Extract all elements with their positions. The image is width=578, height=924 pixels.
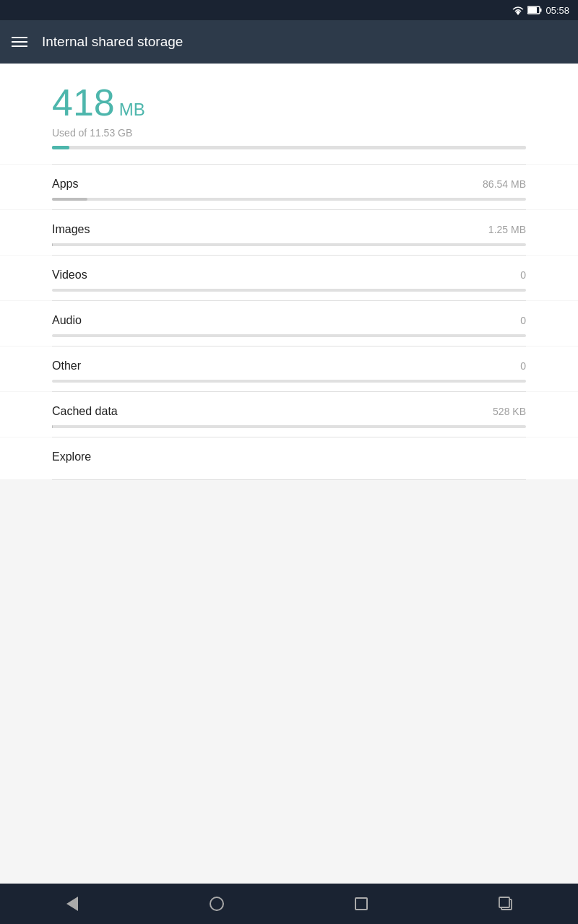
overview-icon (499, 897, 513, 911)
storage-size-unit: MB (119, 100, 145, 120)
storage-item-videos-value: 0 (520, 269, 526, 281)
storage-item-images-value: 1.25 MB (488, 224, 526, 235)
storage-item-cached-data-label: Cached data (52, 405, 118, 418)
svg-rect-5 (499, 897, 509, 907)
bottom-nav (0, 884, 578, 924)
storage-item-other-row: Other0 (52, 359, 526, 372)
storage-item-explore-row: Explore (52, 450, 526, 463)
storage-item-other-progress-bar (52, 380, 526, 383)
back-button[interactable] (51, 889, 94, 918)
storage-item-images[interactable]: Images1.25 MB (0, 210, 578, 255)
storage-item-other[interactable]: Other0 (0, 346, 578, 391)
storage-items-list: Apps86.54 MBImages1.25 MBVideos0Audio0Ot… (0, 164, 578, 480)
page-title: Internal shared storage (42, 34, 183, 50)
storage-item-apps-progress-fill (52, 198, 87, 201)
storage-item-audio-row: Audio0 (52, 314, 526, 327)
section-divider-bottom (52, 479, 526, 480)
home-button[interactable] (195, 889, 238, 918)
overview-button[interactable] (484, 889, 527, 918)
storage-item-other-value: 0 (520, 360, 526, 372)
storage-size-number: 418 (52, 81, 115, 124)
storage-item-apps-value: 86.54 MB (483, 178, 526, 190)
status-bar: 05:58 (0, 0, 578, 20)
recents-icon (355, 897, 368, 910)
storage-item-images-row: Images1.25 MB (52, 223, 526, 236)
back-icon (66, 897, 78, 911)
wifi-icon (512, 5, 524, 15)
status-icons: 05:58 (512, 5, 569, 16)
storage-item-images-progress-bar (52, 243, 526, 246)
storage-item-apps-row: Apps86.54 MB (52, 178, 526, 191)
storage-item-apps[interactable]: Apps86.54 MB (0, 165, 578, 209)
storage-item-images-progress-fill (52, 243, 53, 246)
storage-item-audio[interactable]: Audio0 (0, 301, 578, 346)
storage-item-explore[interactable]: Explore (0, 437, 578, 479)
storage-progress-fill (52, 146, 69, 149)
storage-header: 418 MB Used of 11.53 GB (0, 64, 578, 164)
storage-item-explore-label: Explore (52, 450, 91, 463)
menu-button[interactable] (12, 37, 27, 47)
storage-item-videos[interactable]: Videos0 (0, 256, 578, 300)
storage-item-apps-progress-bar (52, 198, 526, 201)
storage-item-apps-label: Apps (52, 178, 78, 191)
status-time: 05:58 (545, 5, 569, 16)
storage-item-other-label: Other (52, 359, 81, 372)
svg-rect-2 (528, 7, 537, 13)
home-icon (210, 897, 224, 911)
storage-item-videos-row: Videos0 (52, 269, 526, 282)
storage-item-audio-progress-bar (52, 334, 526, 337)
storage-item-audio-value: 0 (520, 315, 526, 326)
storage-item-cached-data-progress-bar (52, 425, 526, 428)
storage-item-videos-progress-bar (52, 289, 526, 292)
storage-item-cached-data[interactable]: Cached data528 KB (0, 392, 578, 437)
storage-used-text: Used of 11.53 GB (52, 127, 526, 139)
storage-size-row: 418 MB (52, 81, 526, 124)
recents-button[interactable] (340, 889, 383, 918)
storage-item-videos-label: Videos (52, 269, 87, 282)
storage-item-cached-data-value: 528 KB (493, 406, 526, 417)
storage-item-cached-data-row: Cached data528 KB (52, 405, 526, 418)
storage-item-images-label: Images (52, 223, 90, 236)
top-bar: Internal shared storage (0, 20, 578, 64)
storage-item-audio-label: Audio (52, 314, 82, 327)
storage-progress-bar (52, 146, 526, 149)
main-content: 418 MB Used of 11.53 GB Apps86.54 MBImag… (0, 64, 578, 884)
svg-rect-3 (540, 9, 542, 12)
battery-icon (527, 6, 542, 14)
